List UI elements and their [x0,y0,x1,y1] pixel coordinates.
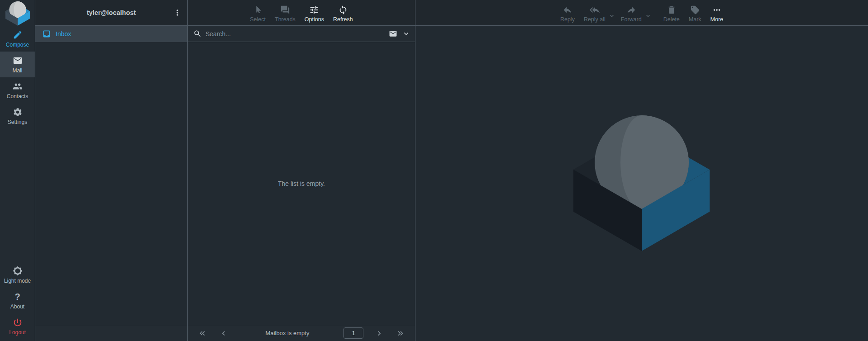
roundcube-watermark-logo [573,115,710,251]
toolbar-label: Select [250,16,266,23]
mail-icon [12,55,23,66]
search-bar [188,26,415,42]
threads-button[interactable]: Threads [270,3,300,23]
compose-icon [12,29,23,40]
page-number-input[interactable] [343,327,363,339]
toolbar-label: Reply all [584,16,606,23]
kebab-menu-icon [173,8,182,17]
folder-list-empty-area [35,42,187,325]
sidebar-item-label: Compose [6,42,29,48]
delete-button[interactable]: Delete [659,3,684,23]
toolbar-label: Forward [621,16,642,23]
sliders-icon [309,5,319,15]
sidebar-item-mail[interactable]: Mail [0,52,35,77]
folder-pane-footer [35,325,187,341]
sidebar-item-settings[interactable]: Settings [0,103,35,129]
inbox-icon [42,29,51,38]
toolbar-label: Delete [663,16,680,23]
next-page-button[interactable] [372,327,387,339]
double-chevron-left-icon [198,329,207,338]
message-content-pane: Reply Reply all Forward [415,0,868,341]
folder-label: Inbox [56,30,71,38]
toolbar-label: Reply [560,16,575,23]
empty-list-message: The list is empty. [278,180,325,187]
toolbar-label: More [711,16,723,23]
options-button[interactable]: Options [300,3,329,23]
sidebar-item-label: About [10,303,24,310]
chat-bubbles-icon [280,5,290,15]
toolbar-label: Threads [275,16,296,23]
sidebar-item-label: Mail [12,67,22,74]
reply-all-icon [590,5,600,15]
pagination-bar: Mailbox is empty [188,325,415,341]
reply-all-dropdown-chevron-icon[interactable] [608,12,615,19]
message-list-pane: Select Threads Options Refresh [187,0,415,341]
reply-icon [563,5,572,15]
message-toolbar: Reply Reply all Forward [415,0,868,26]
search-icon [193,29,202,38]
more-button[interactable]: More [706,3,728,23]
previous-page-button[interactable] [216,327,231,339]
toolbar-label: Mark [689,16,701,23]
search-scope-envelope-icon[interactable] [389,29,397,38]
message-list-area: The list is empty. [188,42,415,325]
folder-item-inbox[interactable]: Inbox [35,26,187,42]
message-preview-area [415,26,868,341]
sidebar-item-label: Contacts [7,93,28,99]
toolbar-label: Refresh [333,16,353,23]
sidebar-spacer [0,129,35,262]
sidebar-item-light-mode[interactable]: Light mode [0,262,35,288]
chevron-left-icon [219,329,228,338]
contacts-icon [12,81,23,92]
chevron-right-icon [375,329,384,338]
task-sidebar: Compose Mail Contacts Settings Lig [0,0,35,341]
double-chevron-right-icon [396,329,405,338]
question-mark-icon: ? [12,291,23,302]
reply-button[interactable]: Reply [556,3,579,23]
tag-icon [690,5,700,15]
folder-pane-header: tyler@localhost [35,0,187,26]
power-icon [12,317,23,328]
roundcube-logo-icon [5,1,30,26]
forward-icon [626,5,636,15]
sidebar-item-contacts[interactable]: Contacts [0,77,35,103]
webmail-app: Compose Mail Contacts Settings Lig [0,0,868,341]
select-button[interactable]: Select [245,3,270,23]
folder-pane: tyler@localhost Inbox [35,0,187,341]
search-options-chevron-icon[interactable] [402,29,410,38]
mailbox-status-text: Mailbox is empty [237,330,338,336]
settings-gear-icon [12,107,23,118]
more-dots-icon [712,5,722,15]
app-logo [0,0,35,26]
search-input[interactable] [205,30,385,38]
sidebar-item-logout[interactable]: Logout [0,313,35,339]
sidebar-item-label: Light mode [4,278,31,284]
trash-icon [667,5,677,15]
forward-dropdown-chevron-icon[interactable] [644,12,652,19]
cursor-arrow-icon [253,5,263,15]
sidebar-item-about[interactable]: ? About [0,288,35,313]
sidebar-item-compose[interactable]: Compose [0,26,35,52]
forward-button[interactable]: Forward [616,3,646,23]
sidebar-item-label: Logout [9,329,26,336]
message-list-toolbar: Select Threads Options Refresh [188,0,415,26]
last-page-button[interactable] [392,327,408,339]
reply-all-button[interactable]: Reply all [579,3,610,23]
mark-button[interactable]: Mark [684,3,706,23]
refresh-button[interactable]: Refresh [329,3,358,23]
account-title: tyler@localhost [87,9,136,16]
sidebar-item-label: Settings [8,119,27,125]
first-page-button[interactable] [195,327,210,339]
refresh-sync-icon [338,5,348,15]
sun-icon [12,265,23,276]
toolbar-label: Options [305,16,324,23]
folder-actions-button[interactable] [171,6,184,19]
